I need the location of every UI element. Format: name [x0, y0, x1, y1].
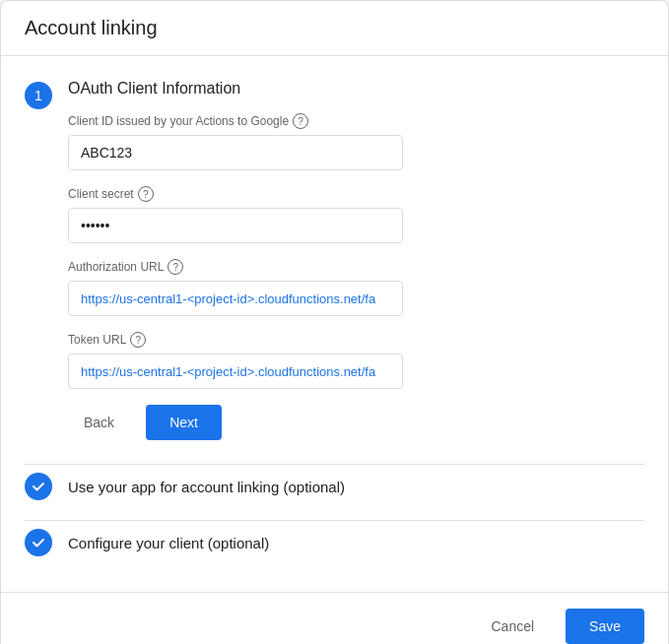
token-url-label: Token URL ?: [68, 332, 644, 348]
client-id-help-icon[interactable]: ?: [293, 113, 308, 129]
token-url-help-icon[interactable]: ?: [130, 332, 146, 348]
dialog-footer: Cancel Save: [1, 592, 668, 644]
token-url-field: Token URL ?: [68, 332, 644, 389]
client-id-label: Client ID issued by your Actions to Goog…: [68, 113, 644, 129]
authorization-url-field: Authorization URL ?: [68, 259, 644, 316]
step1-indicator: 1: [25, 82, 52, 109]
dialog-header: Account linking: [1, 1, 668, 56]
client-secret-label: Client secret ?: [68, 186, 644, 202]
client-secret-input[interactable]: [68, 208, 403, 243]
divider-1: [25, 464, 644, 465]
dialog-body: 1 OAuth Client Information Client ID iss…: [1, 56, 668, 592]
authorization-url-help-icon[interactable]: ?: [167, 259, 183, 275]
step1-section: 1 OAuth Client Information Client ID iss…: [25, 80, 644, 440]
divider-2: [25, 520, 644, 521]
step1-title: OAuth Client Information: [68, 80, 644, 97]
authorization-url-label: Authorization URL ?: [68, 259, 644, 275]
step3-section: Configure your client (optional): [25, 529, 644, 556]
client-id-input[interactable]: [68, 135, 403, 170]
dialog-title: Account linking: [25, 17, 158, 38]
authorization-url-input[interactable]: [68, 281, 403, 316]
client-id-field: Client ID issued by your Actions to Goog…: [68, 113, 644, 170]
step2-indicator: [25, 473, 52, 500]
step1-content: OAuth Client Information Client ID issue…: [68, 80, 644, 440]
client-secret-field: Client secret ?: [68, 186, 644, 243]
step2-label: Use your app for account linking (option…: [68, 479, 345, 495]
step3-label: Configure your client (optional): [68, 535, 269, 551]
checkmark-icon-2: [31, 535, 46, 550]
token-url-input[interactable]: [68, 354, 403, 389]
back-button[interactable]: Back: [68, 407, 130, 438]
checkmark-icon: [31, 479, 46, 494]
step2-section: Use your app for account linking (option…: [25, 473, 644, 500]
cancel-button[interactable]: Cancel: [475, 611, 550, 642]
step1-button-row: Back Next: [68, 405, 644, 440]
next-button[interactable]: Next: [146, 405, 222, 440]
client-secret-help-icon[interactable]: ?: [138, 186, 154, 202]
save-button[interactable]: Save: [566, 609, 644, 644]
step3-indicator: [25, 529, 52, 556]
account-linking-dialog: Account linking 1 OAuth Client Informati…: [0, 0, 669, 644]
